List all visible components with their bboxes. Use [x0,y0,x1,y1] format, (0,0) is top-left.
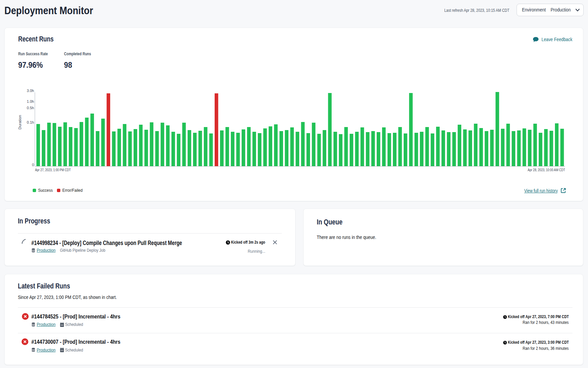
svg-text:0.1h: 0.1h [27,120,34,124]
svg-text:1.0h: 1.0h [27,99,34,103]
svg-text:Duration: Duration [18,115,22,129]
svg-text:3.0h: 3.0h [27,89,34,93]
svg-text:0.5h: 0.5h [27,106,34,110]
svg-text:Apr 27, 2023, 1:00 PM CDT: Apr 27, 2023, 1:00 PM CDT [35,168,71,172]
svg-text:Apr 28, 2023, 10:00 AM CDT: Apr 28, 2023, 10:00 AM CDT [528,168,565,172]
svg-text:0: 0 [32,163,34,167]
